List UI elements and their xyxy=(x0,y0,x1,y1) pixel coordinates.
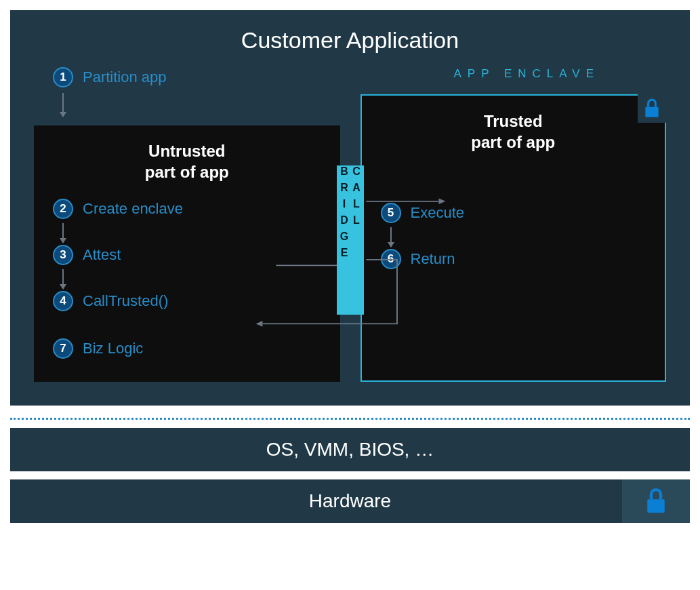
hardware-layer-text: Hardware xyxy=(10,490,690,512)
step-return: 6 Return xyxy=(381,249,646,269)
trusted-title-l2: part of app xyxy=(471,133,555,151)
step-label: Attest xyxy=(83,246,121,264)
call-bridge: CALL BRIDGE xyxy=(337,165,364,315)
arrow-down xyxy=(62,93,64,116)
step-execute: 5 Execute xyxy=(381,203,646,223)
step-number-badge: 3 xyxy=(53,245,73,265)
bridge-label: CALL BRIDGE xyxy=(338,165,363,315)
panel-title: Customer Application xyxy=(34,27,666,54)
step-label: Create enclave xyxy=(83,200,183,218)
lock-icon xyxy=(643,98,661,119)
step-label: Biz Logic xyxy=(83,340,143,357)
trusted-box: Trusted part of app 5 Execute 6 Return xyxy=(361,94,667,382)
step-label: CallTrusted() xyxy=(83,292,168,310)
svg-rect-2 xyxy=(645,107,658,117)
os-layer-text: OS, VMM, BIOS, … xyxy=(10,439,690,460)
hardware-layer: Hardware xyxy=(10,479,690,523)
arrow-down xyxy=(62,223,64,242)
lock-icon xyxy=(644,488,667,515)
step-partition: 1 Partition app xyxy=(34,67,340,87)
untrusted-title-l2: part of app xyxy=(145,163,229,181)
untrusted-title: Untrusted part of app xyxy=(53,140,321,182)
app-enclave-label: APP ENCLAVE xyxy=(388,67,667,81)
step-create-enclave: 2 Create enclave xyxy=(53,199,321,219)
spacer xyxy=(53,315,321,338)
enclave-lock-corner xyxy=(638,94,666,123)
os-layer: OS, VMM, BIOS, … xyxy=(10,428,690,471)
customer-application-panel: Customer Application 1 Partition app Unt… xyxy=(10,10,690,406)
step-number-badge: 2 xyxy=(53,199,73,219)
right-column: APP ENCLAVE Trusted part of app 5 Execut… xyxy=(361,67,667,382)
step-label: Execute xyxy=(411,204,465,222)
enclave-steps: 5 Execute 6 Return xyxy=(381,169,646,269)
untrusted-box: Untrusted part of app 2 Create enclave 3… xyxy=(34,125,340,382)
left-column: 1 Partition app Untrusted part of app 2 … xyxy=(34,67,340,382)
dotted-divider xyxy=(10,418,690,420)
content-row: 1 Partition app Untrusted part of app 2 … xyxy=(34,67,666,382)
trusted-title-l1: Trusted xyxy=(484,112,543,130)
step-label: Partition app xyxy=(83,68,167,86)
arrow-down xyxy=(390,227,392,246)
step-biz-logic: 7 Biz Logic xyxy=(53,338,321,359)
untrusted-title-l1: Untrusted xyxy=(148,142,225,160)
trusted-title: Trusted part of app xyxy=(381,111,646,153)
svg-rect-3 xyxy=(647,500,665,513)
step-number-badge: 7 xyxy=(53,338,73,359)
step-number-badge: 4 xyxy=(53,291,73,311)
step-number-badge: 6 xyxy=(381,249,401,269)
step-number-badge: 5 xyxy=(381,203,401,223)
hardware-lock-badge xyxy=(622,479,690,523)
step-number-badge: 1 xyxy=(53,67,73,87)
arrow-down xyxy=(62,269,64,288)
step-label: Return xyxy=(411,250,455,268)
step-call-trusted: 4 CallTrusted() xyxy=(53,291,321,311)
step-attest: 3 Attest xyxy=(53,245,321,265)
